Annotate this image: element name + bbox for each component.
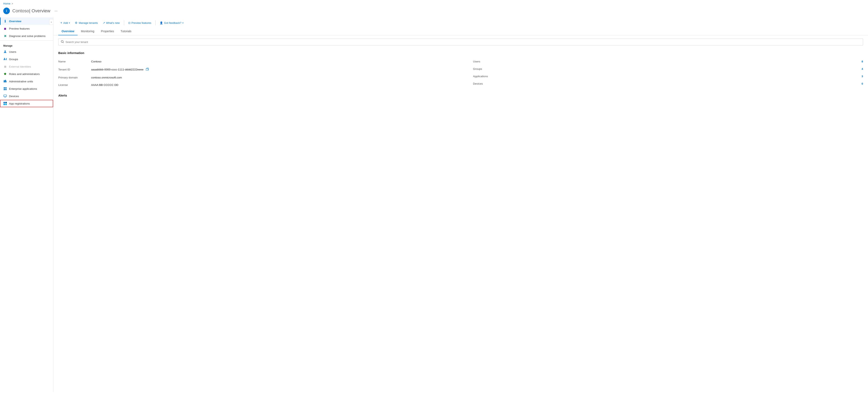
info-row-tenant-id: Tenant ID aaaabbbb-0000-cccc-1111-dddd22…	[58, 65, 461, 74]
stat-row-groups: Groups 4	[473, 65, 863, 73]
tenant-id-value: aaaabbbb-0000-cccc-1111-dddd2222eeee	[91, 67, 150, 72]
sidebar-item-app-registrations[interactable]: App registrations	[0, 100, 53, 107]
whats-new-icon: ↗	[103, 21, 105, 24]
stat-groups-label: Groups	[473, 67, 482, 70]
name-label: Name	[58, 60, 91, 63]
sidebar-item-overview[interactable]: ℹ Overview	[0, 18, 53, 25]
tenant-id-label: Tenant ID	[58, 68, 91, 71]
stat-applications-label: Applications	[473, 75, 488, 78]
stat-applications-value[interactable]: 3	[862, 75, 863, 78]
preview-features-button[interactable]: ⊡ Preview features	[126, 20, 154, 26]
sidebar-item-devices-label: Devices	[9, 95, 19, 98]
info-right-column: Users 8 Groups 4 Applications 3 Device	[461, 58, 863, 89]
license-value: AAAA BB CCCCC DD	[91, 83, 118, 86]
users-icon	[3, 50, 7, 54]
overview-icon: ℹ	[3, 19, 7, 23]
basic-info-title: Basic information	[58, 51, 863, 55]
sidebar-item-preview-features-label: Preview features	[9, 27, 30, 30]
svg-rect-5	[4, 89, 5, 90]
sidebar-item-external-identities[interactable]: ⊞ External Identities	[0, 63, 53, 70]
name-value: Contoso	[91, 60, 101, 63]
breadcrumb-home[interactable]: Home	[3, 2, 10, 5]
stat-users-value[interactable]: 8	[862, 60, 863, 63]
groups-icon	[3, 57, 7, 61]
stat-devices-value[interactable]: 0	[862, 82, 863, 85]
svg-rect-13	[5, 104, 7, 105]
tabs: Overview Monitoring Properties Tutorials	[53, 28, 868, 35]
add-icon: +	[60, 21, 62, 25]
svg-rect-11	[5, 102, 7, 103]
diagnose-icon: ✖	[3, 34, 7, 38]
sidebar: « ℹ Overview ◼ Preview features ✖ Diagno…	[0, 18, 53, 392]
stat-groups-value[interactable]: 4	[862, 67, 863, 70]
search-icon	[61, 40, 64, 44]
tab-overview[interactable]: Overview	[58, 28, 78, 35]
sidebar-item-admin-units-label: Administrative units	[9, 80, 33, 83]
sidebar-item-preview-features[interactable]: ◼ Preview features	[0, 25, 53, 32]
tab-monitoring[interactable]: Monitoring	[78, 28, 97, 35]
more-button[interactable]: ···	[53, 8, 59, 14]
admin-units-icon	[3, 80, 7, 83]
content-area: + Add ▾ ⚙ Manage tenants ↗ What's new ⊡ …	[53, 18, 868, 392]
whats-new-button[interactable]: ↗ What's new	[101, 20, 122, 26]
roles-icon	[3, 72, 7, 76]
stat-row-applications: Applications 3	[473, 73, 863, 80]
sidebar-item-app-registrations-label: App registrations	[9, 102, 30, 105]
sidebar-item-admin-units[interactable]: Administrative units	[0, 78, 53, 85]
breadcrumb-separator: >	[12, 2, 13, 5]
sidebar-item-diagnose[interactable]: ✖ Diagnose and solve problems	[0, 32, 53, 40]
sidebar-item-diagnose-label: Diagnose and solve problems	[9, 34, 45, 37]
svg-rect-17	[146, 68, 148, 71]
page-title-suffix: | Overview	[29, 8, 51, 13]
primary-domain-value: contoso.onmicrosoft.com	[91, 76, 122, 79]
stat-users-label: Users	[473, 60, 480, 63]
svg-rect-8	[4, 97, 6, 97]
svg-rect-4	[5, 87, 6, 88]
info-row-primary-domain: Primary domain contoso.onmicrosoft.com	[58, 74, 461, 81]
got-feedback-button[interactable]: 👤 Got feedback? ▾	[158, 20, 186, 26]
tab-tutorials[interactable]: Tutorials	[117, 28, 134, 35]
svg-rect-6	[5, 89, 6, 90]
search-input[interactable]	[65, 40, 860, 44]
info-row-name: Name Contoso	[58, 58, 461, 65]
sidebar-item-enterprise-apps[interactable]: Enterprise applications	[0, 85, 53, 92]
add-button[interactable]: + Add ▾	[58, 20, 72, 26]
license-label: License	[58, 83, 91, 86]
feedback-icon: 👤	[160, 21, 163, 24]
sidebar-collapse-button[interactable]: «	[49, 19, 53, 25]
svg-rect-10	[3, 102, 5, 103]
feedback-chevron-icon: ▾	[182, 22, 183, 24]
manage-tenants-button[interactable]: ⚙ Manage tenants	[73, 20, 100, 26]
svg-rect-0	[4, 80, 5, 82]
enterprise-apps-icon	[3, 87, 7, 91]
svg-rect-3	[4, 87, 5, 88]
info-left-column: Name Contoso Tenant ID aaaabbbb-0000-ccc…	[58, 58, 461, 89]
toolbar-separator-2	[155, 20, 156, 25]
info-row-license: License AAAA BB CCCCC DD	[58, 81, 461, 89]
svg-rect-12	[3, 104, 5, 105]
sidebar-item-users[interactable]: Users	[0, 48, 53, 55]
primary-domain-label: Primary domain	[58, 76, 91, 79]
manage-section-label: Manage	[0, 41, 53, 48]
stats-grid: Users 8 Groups 4 Applications 3 Device	[461, 58, 863, 87]
devices-icon	[3, 94, 7, 98]
sidebar-scroll: ℹ Overview ◼ Preview features ✖ Diagnose…	[0, 18, 53, 392]
basic-info-section: Basic information Name Contoso Tenant ID…	[53, 48, 868, 99]
info-grid: Name Contoso Tenant ID aaaabbbb-0000-ccc…	[58, 58, 863, 89]
stat-devices-label: Devices	[473, 82, 483, 85]
breadcrumb: Home >	[0, 0, 868, 6]
sidebar-item-groups-label: Groups	[9, 58, 18, 61]
sidebar-item-external-identities-label: External Identities	[9, 65, 31, 68]
tab-properties[interactable]: Properties	[98, 28, 117, 35]
stat-row-devices: Devices 0	[473, 80, 863, 87]
sidebar-item-roles-administrators[interactable]: Roles and administrators	[0, 70, 53, 78]
add-chevron-icon: ▾	[69, 22, 70, 24]
sidebar-item-groups[interactable]: Groups	[0, 55, 53, 63]
copy-tenant-id-button[interactable]	[145, 67, 150, 72]
svg-rect-2	[6, 81, 6, 82]
tenant-search[interactable]	[58, 38, 863, 46]
alerts-title: Alerts	[58, 94, 863, 97]
preview-features-toolbar-icon: ⊡	[128, 21, 130, 24]
page-header: i Contoso| Overview ···	[0, 6, 868, 18]
sidebar-item-devices[interactable]: Devices	[0, 92, 53, 100]
